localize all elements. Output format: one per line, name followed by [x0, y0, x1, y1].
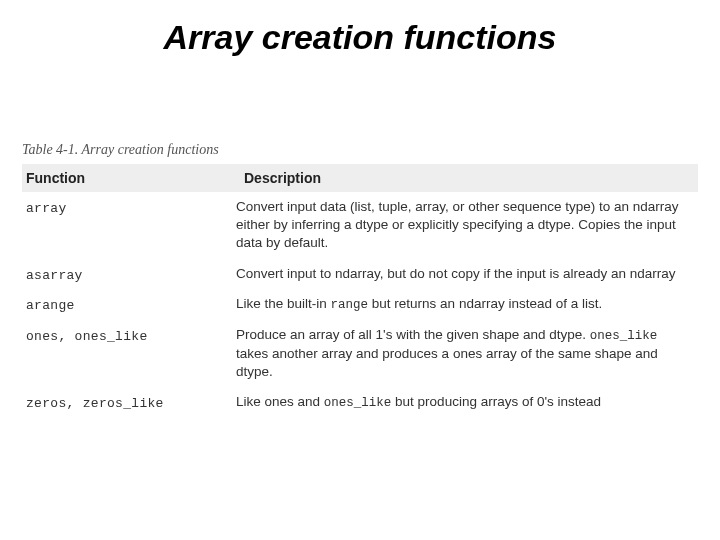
desc-text: Like the built-in [236, 296, 331, 311]
function-name: asarray [26, 268, 83, 283]
inline-code: ones_like [590, 329, 658, 343]
col-header-description: Description [240, 164, 698, 192]
page-title: Array creation functions [0, 0, 720, 57]
function-name: array [26, 201, 67, 216]
array-functions-table: Function Description array Convert input… [22, 164, 698, 418]
col-header-function: Function [22, 164, 240, 192]
desc-text: Like ones and [236, 394, 324, 409]
function-desc: Convert input to ndarray, but do not cop… [236, 265, 698, 283]
function-desc: Like the built-in range but returns an n… [236, 295, 698, 314]
function-name: zeros, zeros_like [26, 396, 164, 411]
desc-text: but producing arrays of 0's instead [391, 394, 601, 409]
table-caption: Table 4-1. Array creation functions [22, 142, 219, 158]
function-name: ones, ones_like [26, 329, 148, 344]
desc-text: but returns an ndarray instead of a list… [368, 296, 602, 311]
function-name: arange [26, 298, 75, 313]
function-desc: Produce an array of all 1's with the giv… [236, 326, 698, 381]
function-desc: Convert input data (list, tuple, array, … [236, 198, 698, 253]
desc-text: takes another array and produces a ones … [236, 346, 658, 379]
table-row: zeros, zeros_like Like ones and ones_lik… [22, 387, 698, 418]
table-row: asarray Convert input to ndarray, but do… [22, 259, 698, 289]
slide: Array creation functions Table 4-1. Arra… [0, 0, 720, 540]
function-desc: Like ones and ones_like but producing ar… [236, 393, 698, 412]
desc-text: Produce an array of all 1's with the giv… [236, 327, 590, 342]
table-row: array Convert input data (list, tuple, a… [22, 192, 698, 259]
table-row: ones, ones_like Produce an array of all … [22, 320, 698, 387]
inline-code: range [331, 298, 369, 312]
table-header-row: Function Description [22, 164, 698, 192]
inline-code: ones_like [324, 396, 392, 410]
table-row: arange Like the built-in range but retur… [22, 289, 698, 320]
